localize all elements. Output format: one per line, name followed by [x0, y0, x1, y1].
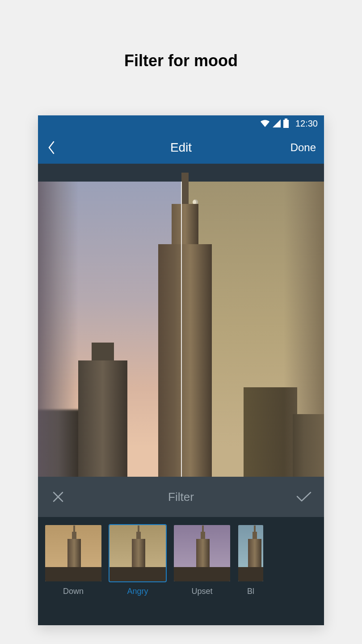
status-time: 12:30 — [295, 119, 318, 129]
filter-cancel-button[interactable] — [38, 477, 78, 517]
filter-thumb-label: Down — [63, 587, 84, 596]
preview-compare — [38, 182, 324, 477]
svg-rect-1 — [285, 119, 287, 120]
filter-thumb[interactable]: Angry — [109, 524, 167, 596]
filter-thumbnails[interactable]: adDownAngryUpsetBl — [38, 517, 324, 611]
page-heading: Filter for mood — [0, 0, 362, 70]
back-button[interactable] — [38, 131, 65, 164]
phone-frame: 12:30 Edit Done Filte — [38, 115, 324, 625]
filter-thumb-image — [109, 524, 167, 582]
photo-preview[interactable] — [38, 164, 324, 477]
status-icons — [260, 119, 289, 128]
close-icon — [51, 490, 65, 504]
filter-thumb[interactable]: Upset — [173, 524, 231, 596]
filter-thumb-image — [237, 524, 264, 582]
filter-thumb-label: Upset — [191, 587, 212, 596]
done-button[interactable]: Done — [290, 141, 324, 154]
filter-thumb-image — [44, 524, 102, 582]
filter-action-row: Filter — [38, 477, 324, 517]
filter-thumb-image — [173, 524, 231, 582]
filter-thumb-label: Angry — [127, 587, 148, 596]
filter-thumb[interactable]: Down — [44, 524, 102, 596]
svg-rect-0 — [283, 120, 289, 128]
filter-confirm-button[interactable] — [284, 477, 324, 517]
chevron-left-icon — [47, 141, 55, 154]
checkmark-icon — [296, 491, 312, 503]
screen-title: Edit — [170, 140, 192, 155]
battery-icon — [283, 119, 289, 128]
top-bar: Edit Done — [38, 131, 324, 164]
status-bar: 12:30 — [38, 115, 324, 131]
compare-divider[interactable] — [181, 182, 182, 477]
filter-section-label: Filter — [168, 490, 194, 504]
filter-thumb[interactable]: Bl — [237, 524, 264, 596]
wifi-icon — [260, 119, 270, 128]
filter-thumb-label: Bl — [247, 587, 254, 596]
signal-icon — [272, 119, 281, 128]
